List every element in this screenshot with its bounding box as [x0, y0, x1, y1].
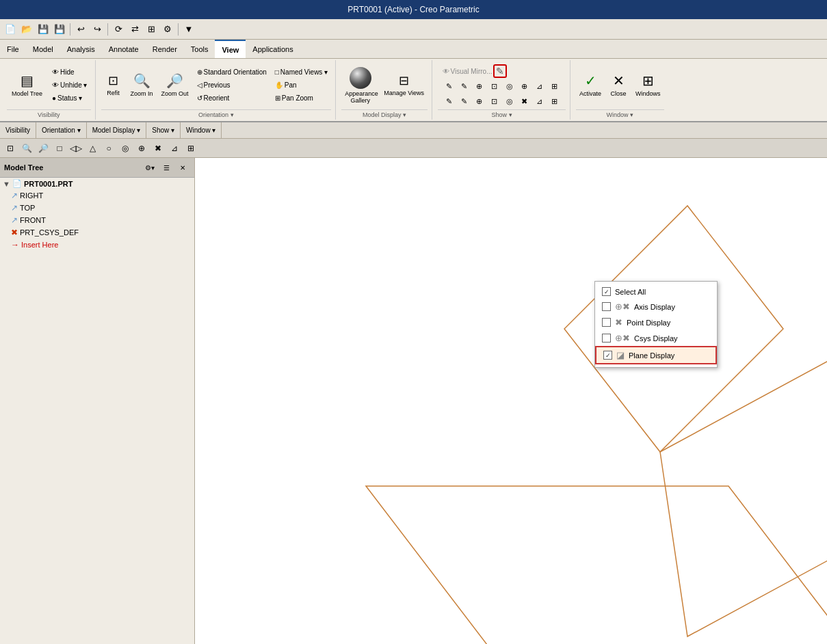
show-icon-8[interactable]: ⊞ [548, 79, 562, 93]
point-display-item[interactable]: ✖ Point Display [595, 314, 717, 330]
show-icon-7[interactable]: ⊿ [533, 79, 547, 93]
sec-btn-6[interactable]: △ [85, 141, 100, 156]
switch-button[interactable]: ⇄ [127, 22, 142, 37]
open-button[interactable]: 📂 [19, 22, 34, 37]
axis-display-checkbox[interactable] [602, 302, 611, 311]
sub-orientation[interactable]: Orientation ▾ [36, 122, 87, 138]
tree-top[interactable]: ↗ TOP [0, 202, 194, 214]
menu-view[interactable]: View [215, 40, 246, 58]
hide-button[interactable]: 👁 Hide [49, 66, 90, 78]
manage-views-button[interactable]: ⊟ Manage Views [380, 70, 428, 99]
show-icon-2[interactable]: ✎ [458, 79, 471, 93]
show-icon-3[interactable]: ⊕ [473, 79, 486, 93]
sec-btn-3[interactable]: 🔎 [36, 141, 51, 156]
show-icon-6[interactable]: ⊕ [518, 79, 531, 93]
save-button[interactable]: 💾 [36, 22, 51, 37]
show-icon-11[interactable]: ⊕ [473, 94, 486, 108]
tree-insert[interactable]: → Insert Here [0, 239, 194, 251]
tree-root[interactable]: ▼ 📄 PRT0001.PRT [0, 178, 194, 189]
show-icon-10[interactable]: ✎ [458, 94, 471, 108]
point-display-checkbox[interactable] [602, 318, 611, 327]
sub-model-display[interactable]: Model Display ▾ [87, 122, 147, 138]
show-icon-15[interactable]: ⊿ [533, 94, 547, 108]
show-icon-12[interactable]: ⊡ [488, 94, 501, 108]
tree-csys[interactable]: ✖ PRT_CSYS_DEF [0, 226, 194, 239]
close-button[interactable]: ✕ Close [606, 70, 631, 100]
sec-btn-2[interactable]: 🔍 [19, 141, 34, 156]
zoom-in-icon: 🔍 [133, 72, 150, 89]
tree-settings-button[interactable]: ⚙▾ [142, 160, 157, 175]
standard-orientation-button[interactable]: ⊕ Standard Orientation [194, 66, 270, 78]
sec-btn-4[interactable]: □ [52, 141, 67, 156]
menu-file[interactable]: File [0, 40, 26, 58]
previous-button[interactable]: ◁ Previous [194, 79, 270, 91]
manage-button[interactable]: ⊞ [144, 22, 159, 37]
csys-display-item[interactable]: ⊕✖ Csys Display [595, 330, 717, 346]
sec-btn-9[interactable]: ⊕ [134, 141, 149, 156]
new-button[interactable]: 📄 [3, 22, 18, 37]
axis-display-item[interactable]: ⊕✖ Axis Display [595, 299, 717, 314]
layers-button[interactable]: ▤ Model Tree [7, 69, 47, 100]
save-all-button[interactable]: 💾 [52, 22, 67, 37]
show-icon-5[interactable]: ◎ [503, 79, 516, 93]
tree-front[interactable]: ↗ FRONT [0, 214, 194, 226]
refit-button[interactable]: ⊡ Refit [101, 70, 126, 99]
show-toggle-button[interactable]: ✎ [493, 64, 507, 78]
previous-label: Previous [204, 81, 231, 89]
sec-btn-12[interactable]: ⊞ [183, 141, 198, 156]
sub-show[interactable]: Show ▾ [146, 122, 181, 138]
menu-model[interactable]: Model [26, 40, 60, 58]
zoom-in-button[interactable]: 🔍 Zoom In [127, 70, 157, 100]
regenerate-button[interactable]: ⟳ [111, 22, 126, 37]
csys-display-checkbox[interactable] [602, 334, 611, 343]
sec-btn-11[interactable]: ⊿ [167, 141, 182, 156]
sec-btn-5[interactable]: ◁▷ [68, 141, 83, 156]
activate-button[interactable]: ✓ Activate [576, 70, 605, 100]
show-row2: ✎ ✎ ⊕ ⊡ ◎ ⊕ ⊿ ⊞ [443, 79, 562, 93]
show-icon-14[interactable]: ✖ [518, 94, 531, 108]
tree-close-button[interactable]: ✕ [175, 160, 190, 175]
menu-render[interactable]: Render [146, 40, 184, 58]
layers-icon: ▤ [21, 72, 34, 89]
show-icon-4[interactable]: ⊡ [488, 79, 501, 93]
tree-right[interactable]: ↗ RIGHT [0, 189, 194, 202]
select-all-item[interactable]: Select All [595, 284, 717, 299]
show-icon-9[interactable]: ✎ [443, 94, 456, 108]
sub-visibility[interactable]: Visibility [0, 122, 36, 138]
named-views-button[interactable]: □ Named Views ▾ [272, 66, 331, 78]
sec-btn-7[interactable]: ○ [101, 141, 116, 156]
menu-annotate[interactable]: Annotate [102, 40, 146, 58]
show-icon-16[interactable]: ⊞ [548, 94, 562, 108]
unhide-button[interactable]: 👁 Unhide ▾ [49, 79, 90, 91]
front-icon: ↗ [11, 215, 18, 225]
select-all-checkbox[interactable] [602, 287, 611, 296]
settings-button[interactable]: ⚙ [160, 22, 175, 37]
pan-button[interactable]: ✋ Pan [272, 79, 331, 91]
plane-display-checkbox[interactable] [603, 351, 612, 360]
show-icon-1[interactable]: ✎ [443, 79, 456, 93]
customize-button[interactable]: ▼ [181, 22, 196, 37]
plane-display-item[interactable]: ◪ Plane Display [595, 346, 717, 364]
status-icon: ● [52, 94, 56, 102]
appearance-gallery-button[interactable]: Appearance Gallery [341, 63, 379, 107]
sec-btn-1[interactable]: ⊡ [3, 141, 18, 156]
undo-button[interactable]: ↩ [73, 22, 88, 37]
plane-icon: ◪ [616, 350, 625, 360]
windows-button[interactable]: ⊞ Windows [632, 70, 664, 100]
refit-label: Refit [107, 90, 120, 96]
reorient-button[interactable]: ↺ Reorient [194, 92, 270, 104]
pan-zoom-button[interactable]: ⊞ Pan Zoom [272, 92, 331, 104]
tree-filter-button[interactable]: ☰ [159, 160, 174, 175]
sec-btn-10[interactable]: ✖ [150, 141, 166, 156]
visibility-buttons: ▤ Model Tree 👁 Hide 👁 Unhide ▾ ● Status … [7, 62, 91, 108]
zoom-out-button[interactable]: 🔎 Zoom Out [158, 70, 192, 100]
model-display-buttons: Appearance Gallery ⊟ Manage Views [341, 62, 428, 108]
sub-window[interactable]: Window ▾ [181, 122, 222, 138]
menu-tools[interactable]: Tools [184, 40, 215, 58]
sec-btn-8[interactable]: ◎ [118, 141, 133, 156]
menu-analysis[interactable]: Analysis [60, 40, 102, 58]
status-button[interactable]: ● Status ▾ [49, 92, 90, 104]
menu-applications[interactable]: Applications [246, 40, 300, 58]
show-icon-13[interactable]: ◎ [503, 94, 516, 108]
redo-button[interactable]: ↪ [90, 22, 105, 37]
